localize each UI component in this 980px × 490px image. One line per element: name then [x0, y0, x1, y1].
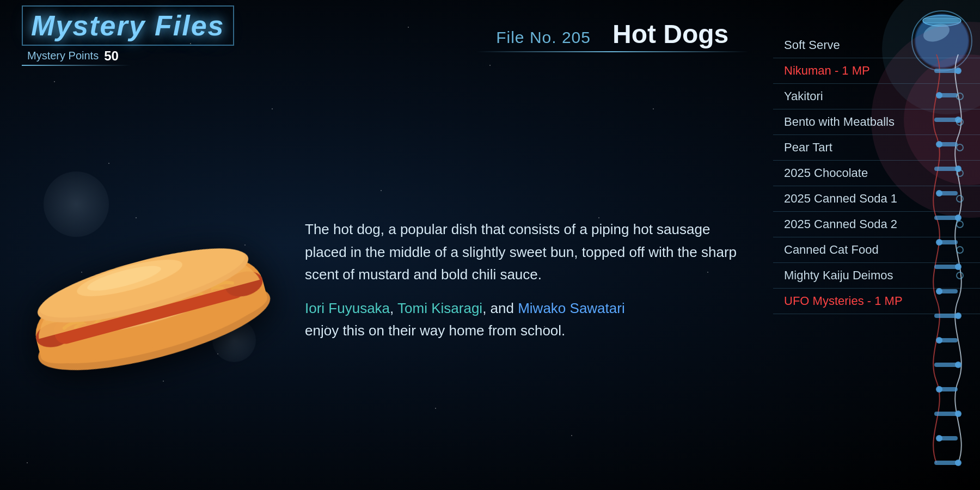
- menu-item-label-2: Yakitori: [784, 89, 823, 103]
- menu-item-label-7: 2025 Canned Soda 2: [784, 217, 897, 231]
- description-section: The hot dog, a popular dish that consist…: [283, 207, 773, 353]
- mystery-points-label: Mystery Points: [27, 50, 99, 62]
- menu-item-label-8: Canned Cat Food: [784, 243, 879, 256]
- mystery-points-value: 50: [104, 48, 119, 64]
- menu-item-7[interactable]: 2025 Canned Soda 2: [773, 212, 980, 237]
- food-image-container: [0, 144, 283, 416]
- menu-item-5[interactable]: 2025 Chocolate: [773, 161, 980, 186]
- menu-item-label-3: Bento with Meatballs: [784, 115, 895, 128]
- menu-item-dot-2: [956, 93, 964, 100]
- file-number: File No. 205: [496, 28, 591, 47]
- main-content: The hot dog, a popular dish that consist…: [0, 71, 773, 490]
- character-mention: Iori Fuyusaka, Tomi Kisaragi, and Miwako…: [305, 297, 751, 342]
- menu-item-2[interactable]: Yakitori: [773, 84, 980, 109]
- menu-item-6[interactable]: 2025 Canned Soda 1: [773, 186, 980, 212]
- title-section: Mystery Files Mystery Points 50: [22, 5, 234, 66]
- menu-item-dot-3: [956, 118, 964, 126]
- menu-item-10[interactable]: UFO Mysteries - 1 MP: [773, 289, 980, 314]
- file-header: File No. 205 Hot Dogs: [496, 19, 728, 49]
- menu-item-label-5: 2025 Chocolate: [784, 166, 868, 180]
- menu-item-dot-7: [956, 220, 964, 228]
- menu-item-3[interactable]: Bento with Meatballs: [773, 109, 980, 135]
- file-divider-decoration: [476, 51, 749, 52]
- menu-item-8[interactable]: Canned Cat Food: [773, 237, 980, 263]
- menu-item-dot-8: [956, 246, 964, 254]
- menu-item-4[interactable]: Pear Tart: [773, 135, 980, 161]
- menu-item-9[interactable]: Mighty Kaiju Deimos: [773, 263, 980, 289]
- menu-item-dot-6: [956, 195, 964, 203]
- mystery-points-bar: Mystery Points 50: [22, 48, 234, 64]
- file-title: Hot Dogs: [612, 19, 728, 49]
- character-3-name: Miwako Sawatari: [518, 300, 625, 316]
- menu-item-1[interactable]: Nikuman - 1 MP: [773, 58, 980, 84]
- right-panel: Soft ServeNikuman - 1 MPYakitoriBento wi…: [773, 0, 980, 490]
- character-2-name: Tomi Kisaragi: [397, 300, 482, 316]
- menu-item-0[interactable]: Soft Serve: [773, 33, 980, 58]
- character-line-suffix: enjoy this on their way home from school…: [305, 322, 565, 339]
- menu-item-dot-4: [956, 144, 964, 151]
- menu-list: Soft ServeNikuman - 1 MPYakitoriBento wi…: [773, 33, 980, 314]
- menu-item-label-9: Mighty Kaiju Deimos: [784, 268, 893, 282]
- main-title: Mystery Files: [22, 5, 234, 46]
- menu-item-label-0: Soft Serve: [784, 38, 840, 52]
- points-underline-decoration: [22, 65, 131, 66]
- menu-item-label-1: Nikuman - 1 MP: [784, 64, 870, 77]
- menu-item-dot-9: [956, 272, 964, 279]
- description-text: The hot dog, a popular dish that consist…: [305, 218, 751, 286]
- menu-item-label-6: 2025 Canned Soda 1: [784, 192, 897, 205]
- menu-item-label-10: UFO Mysteries - 1 MP: [784, 294, 903, 308]
- character-1-name: Iori Fuyusaka: [305, 300, 390, 316]
- menu-item-label-4: Pear Tart: [784, 140, 832, 154]
- menu-item-dot-5: [956, 169, 964, 177]
